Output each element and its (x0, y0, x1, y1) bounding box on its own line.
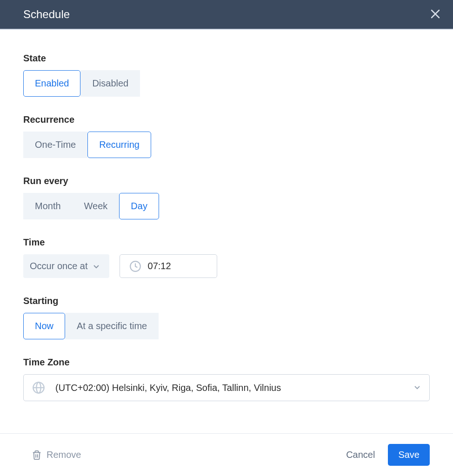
timezone-value: (UTC+02:00) Helsinki, Kyiv, Riga, Sofia,… (55, 383, 403, 393)
starting-label: Starting (23, 296, 430, 306)
run-every-option-month[interactable]: Month (23, 193, 73, 219)
occur-select[interactable]: Occur once at (23, 254, 109, 278)
trash-icon (32, 450, 42, 460)
time-value: 07:12 (148, 261, 171, 271)
time-row: Occur once at 07:12 (23, 254, 430, 278)
globe-icon (32, 381, 45, 394)
timezone-select[interactable]: (UTC+02:00) Helsinki, Kyiv, Riga, Sofia,… (23, 374, 430, 401)
chevron-down-icon (93, 263, 100, 270)
recurrence-group: Recurrence One-Time Recurring (23, 114, 430, 158)
starting-option-specific[interactable]: At a specific time (65, 313, 159, 339)
time-group: Time Occur once at 07:12 (23, 237, 430, 278)
state-label: State (23, 53, 430, 64)
chevron-down-icon (413, 383, 421, 393)
recurrence-label: Recurrence (23, 114, 430, 125)
starting-toggle: Now At a specific time (23, 313, 430, 339)
run-every-toggle: Month Week Day (23, 193, 430, 219)
modal-header: Schedule (0, 0, 453, 30)
state-option-enabled[interactable]: Enabled (23, 70, 80, 97)
state-toggle: Enabled Disabled (23, 70, 430, 97)
timezone-label: Time Zone (23, 357, 430, 368)
run-every-group: Run every Month Week Day (23, 176, 430, 219)
remove-button[interactable]: Remove (32, 450, 81, 460)
starting-group: Starting Now At a specific time (23, 296, 430, 339)
run-every-label: Run every (23, 176, 430, 186)
time-label: Time (23, 237, 430, 248)
save-button[interactable]: Save (388, 444, 430, 466)
state-group: State Enabled Disabled (23, 53, 430, 97)
starting-option-now[interactable]: Now (23, 313, 65, 339)
run-every-option-day[interactable]: Day (119, 193, 159, 219)
close-button[interactable] (429, 6, 442, 23)
close-icon (431, 7, 440, 21)
remove-label: Remove (47, 450, 81, 460)
time-input[interactable]: 07:12 (120, 254, 217, 278)
modal-title: Schedule (23, 8, 70, 21)
clock-icon (129, 260, 141, 272)
run-every-option-week[interactable]: Week (73, 193, 120, 219)
timezone-group: Time Zone (UTC+02:00) Helsinki, Kyiv, Ri… (23, 357, 430, 401)
occur-label: Occur once at (30, 261, 88, 271)
modal-footer: Remove Cancel Save (0, 433, 453, 476)
modal-body: State Enabled Disabled Recurrence One-Ti… (0, 30, 453, 401)
recurrence-option-one-time[interactable]: One-Time (23, 132, 87, 158)
recurrence-toggle: One-Time Recurring (23, 132, 430, 158)
state-option-disabled[interactable]: Disabled (80, 70, 140, 97)
cancel-button[interactable]: Cancel (337, 444, 384, 466)
recurrence-option-recurring[interactable]: Recurring (87, 132, 151, 158)
